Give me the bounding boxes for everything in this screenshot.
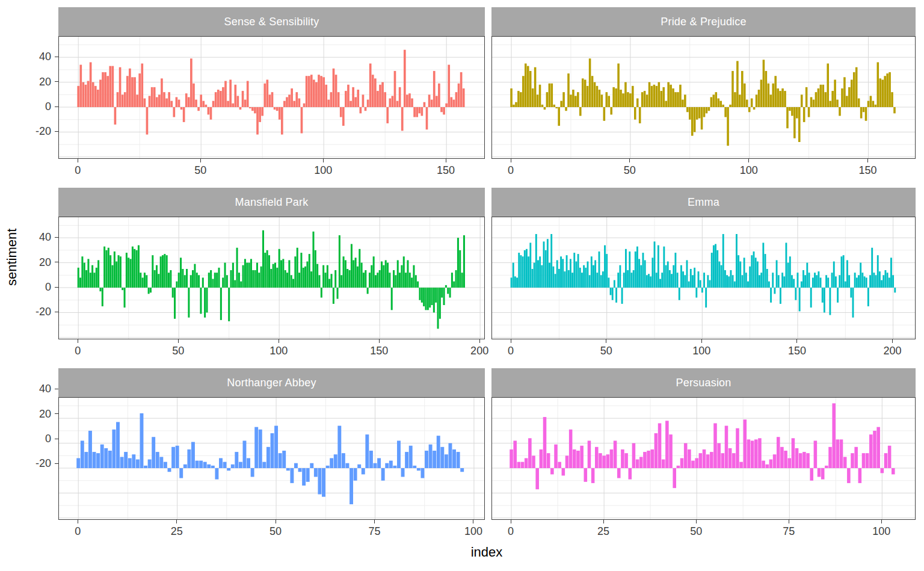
facet-pride-and-prejudice: Pride & Prejudice 050100150 — [491, 7, 916, 185]
facet-title: Sense & Sensibility — [224, 16, 319, 28]
facet-persuasion: Persuasion 0255075100 — [491, 368, 916, 546]
x-tick-label: 150 — [437, 164, 455, 177]
y-tick-label: 0 — [45, 433, 51, 445]
x-tick-mark — [78, 159, 78, 162]
x-axis-title: index — [471, 545, 503, 560]
x-tick-label: 75 — [783, 525, 795, 538]
x-tick-label: 50 — [270, 525, 282, 538]
panel-plot — [59, 217, 484, 339]
bars-group — [510, 58, 896, 146]
x-tick-label: 150 — [370, 345, 388, 357]
bars-group — [77, 50, 464, 135]
facet-x-axis: 050100150200 — [491, 339, 916, 366]
y-tick-label: 20 — [39, 256, 51, 268]
x-tick-label: 25 — [171, 525, 183, 538]
facet-title: Mansfield Park — [235, 196, 309, 209]
x-tick-mark — [511, 520, 511, 523]
x-tick-mark — [323, 159, 324, 162]
x-tick-mark — [374, 520, 375, 523]
x-tick-label: 100 — [872, 525, 890, 538]
facet-panel — [491, 217, 916, 339]
y-axis-labels-row1: 40200-20 — [0, 36, 58, 159]
x-tick-mark — [473, 520, 473, 523]
x-tick-label: 75 — [368, 525, 380, 538]
bars-group — [510, 403, 895, 489]
facet-strip: Sense & Sensibility — [58, 7, 485, 36]
x-tick-mark — [606, 339, 606, 343]
facet-mansfield-park: Mansfield Park 050100150200 — [58, 188, 485, 366]
faceted-sentiment-chart: sentiment index 40200-20 40200-20 40200-… — [0, 0, 924, 571]
facet-panel — [58, 36, 485, 159]
y-tick-label: -20 — [35, 457, 51, 470]
x-tick-mark — [603, 520, 604, 523]
x-tick-label: 50 — [172, 345, 184, 357]
y-tick-label: 40 — [39, 231, 51, 244]
facet-x-axis: 050100150 — [491, 159, 916, 185]
x-tick-label: 0 — [75, 525, 81, 538]
x-tick-label: 25 — [597, 525, 609, 538]
x-tick-mark — [789, 520, 789, 523]
facet-title: Persuasion — [676, 377, 731, 389]
x-tick-mark — [701, 339, 702, 343]
x-tick-label: 50 — [600, 345, 612, 357]
x-tick-label: 100 — [740, 164, 758, 177]
x-tick-mark — [511, 339, 511, 343]
panel-plot — [59, 37, 484, 158]
facet-panel — [58, 397, 485, 520]
x-tick-label: 0 — [75, 345, 81, 357]
x-tick-label: 200 — [884, 345, 902, 357]
x-tick-mark — [629, 159, 630, 162]
y-axis-labels-row3: 40200-20 — [0, 368, 58, 491]
facet-strip: Pride & Prejudice — [491, 7, 916, 36]
x-tick-label: 100 — [464, 525, 482, 538]
y-tick-label: 0 — [45, 281, 51, 294]
panel-plot — [492, 398, 915, 519]
x-tick-mark — [796, 339, 797, 343]
bars-group — [76, 413, 464, 504]
x-tick-label: 0 — [508, 525, 514, 538]
y-tick-label: 20 — [39, 75, 51, 88]
facet-sense-and-sensibility: Sense & Sensibility 050100150 — [58, 7, 485, 185]
x-tick-label: 50 — [194, 164, 206, 177]
y-tick-label: -20 — [35, 306, 51, 318]
x-tick-mark — [78, 520, 78, 523]
facet-title: Emma — [688, 196, 719, 209]
x-tick-mark — [446, 159, 446, 162]
facet-emma: Emma 050100150200 — [491, 188, 916, 366]
x-tick-label: 0 — [508, 345, 514, 357]
y-axis-labels-row2: 40200-20 — [0, 217, 58, 339]
panel-plot — [492, 217, 915, 339]
y-tick-label: 20 — [39, 407, 51, 420]
x-tick-label: 200 — [470, 345, 488, 357]
x-tick-label: 100 — [692, 345, 710, 357]
panel-plot — [492, 37, 915, 158]
y-tick-label: 0 — [45, 100, 51, 113]
x-tick-mark — [881, 520, 882, 523]
x-tick-label: 0 — [75, 164, 81, 177]
facet-panel — [491, 36, 916, 159]
x-tick-label: 0 — [508, 164, 514, 177]
facet-x-axis: 0255075100 — [491, 520, 916, 546]
x-tick-label: 50 — [624, 164, 636, 177]
y-tick-label: 40 — [39, 383, 51, 395]
x-tick-mark — [279, 339, 279, 343]
x-tick-mark — [867, 159, 868, 162]
facet-x-axis: 050100150200 — [58, 339, 485, 366]
x-tick-label: 150 — [788, 345, 806, 357]
x-tick-label: 100 — [270, 345, 288, 357]
facet-x-axis: 050100150 — [58, 159, 485, 185]
bars-group — [78, 230, 465, 329]
x-tick-mark — [748, 159, 749, 162]
facet-x-axis: 0255075100 — [58, 520, 485, 546]
x-tick-mark — [479, 339, 480, 343]
y-tick-label: -20 — [35, 125, 51, 138]
x-tick-mark — [379, 339, 380, 343]
facet-panel — [491, 397, 916, 520]
x-tick-mark — [696, 520, 697, 523]
x-tick-label: 150 — [858, 164, 876, 177]
facet-strip: Emma — [491, 188, 916, 217]
x-tick-mark — [511, 159, 511, 162]
x-tick-mark — [78, 339, 78, 343]
x-tick-label: 100 — [314, 164, 332, 177]
facet-strip: Mansfield Park — [58, 188, 485, 217]
